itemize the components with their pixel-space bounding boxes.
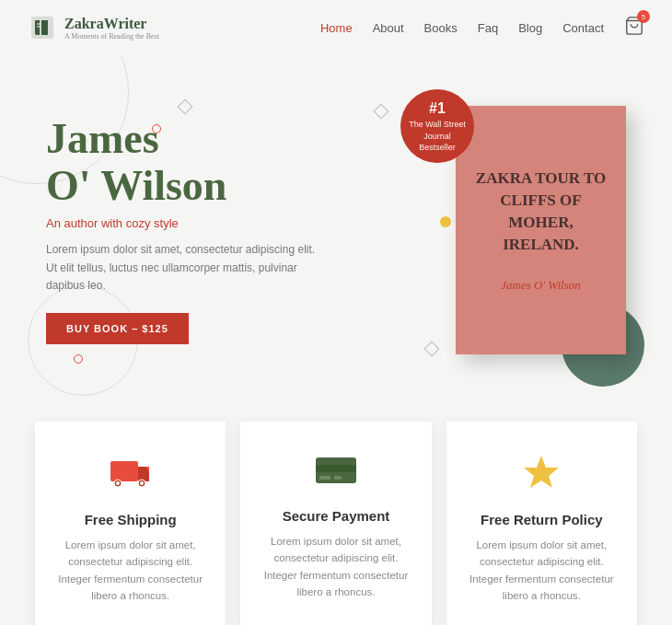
feature-payment: Secure Payment Lorem ipsum dolor sit ame… <box>240 422 431 625</box>
shipping-desc: Lorem ipsum dolor sit amet, consectetur … <box>58 537 203 605</box>
book-cover[interactable]: #1 The Wall Street Journal Bestseller ZA… <box>456 106 626 354</box>
nav-books[interactable]: Books <box>424 21 458 35</box>
svg-point-6 <box>140 481 144 485</box>
nav-blog[interactable]: Blog <box>518 21 542 35</box>
book-display: #1 The Wall Street Journal Bestseller ZA… <box>331 83 626 377</box>
deco-circle-red-2 <box>74 354 83 364</box>
nav-contact[interactable]: Contact <box>562 21 604 35</box>
svg-rect-10 <box>334 476 342 480</box>
returns-desc: Lorem ipsum dolor sit amet, consectetur … <box>469 537 614 605</box>
returns-title: Free Return Policy <box>469 512 614 527</box>
svg-rect-8 <box>316 465 356 472</box>
nav-faq[interactable]: Faq <box>478 21 498 35</box>
payment-title: Secure Payment <box>263 508 408 524</box>
svg-point-5 <box>116 481 120 485</box>
nav-home[interactable]: Home <box>320 21 353 35</box>
nav-about[interactable]: About <box>373 21 404 35</box>
star-icon <box>469 454 614 499</box>
book-title: ZAKRA TOUR TO CLIFFS OF MOHER, IRELAND. <box>474 168 608 255</box>
payment-desc: Lorem ipsum dolor sit amet, consectetur … <box>263 533 408 601</box>
buy-book-button[interactable]: BUY BOOK – $125 <box>46 313 189 344</box>
shipping-title: Free Shipping <box>58 512 203 527</box>
features-section: Free Shipping Lorem ipsum dolor sit amet… <box>0 414 672 625</box>
hero-content: James O' Wilson An author with cozy styl… <box>46 116 322 344</box>
book-author: James O' Wilson <box>501 278 581 293</box>
hero-subtitle: An author with cozy style <box>46 216 322 230</box>
svg-rect-2 <box>110 461 138 481</box>
nav-links: Home About Books Faq Blog Contact 5 <box>320 16 644 40</box>
card-icon <box>263 454 408 495</box>
cart-button[interactable]: 5 <box>624 16 644 40</box>
logo-subtitle: A Moments of Reading the Best <box>64 32 159 41</box>
logo-title: ZakraWriter <box>64 16 159 32</box>
navbar: ZakraWriter A Moments of Reading the Bes… <box>0 0 672 55</box>
feature-returns: Free Return Policy Lorem ipsum dolor sit… <box>446 422 637 625</box>
deco-diamond-1 <box>178 99 193 115</box>
hero-title: James O' Wilson <box>46 116 322 209</box>
logo[interactable]: ZakraWriter A Moments of Reading the Bes… <box>28 13 159 42</box>
hero-section: ⚡ James O' Wilson An author with cozy st… <box>0 55 672 414</box>
truck-icon <box>58 454 203 499</box>
svg-marker-11 <box>524 456 559 488</box>
hero-description: Lorem ipsum dolor sit amet, consectetur … <box>46 241 322 295</box>
book-icon <box>28 13 57 42</box>
cart-badge: 5 <box>637 10 650 23</box>
feature-shipping: Free Shipping Lorem ipsum dolor sit amet… <box>35 422 226 625</box>
svg-rect-9 <box>319 476 330 480</box>
bestseller-badge: #1 The Wall Street Journal Bestseller <box>400 89 474 163</box>
